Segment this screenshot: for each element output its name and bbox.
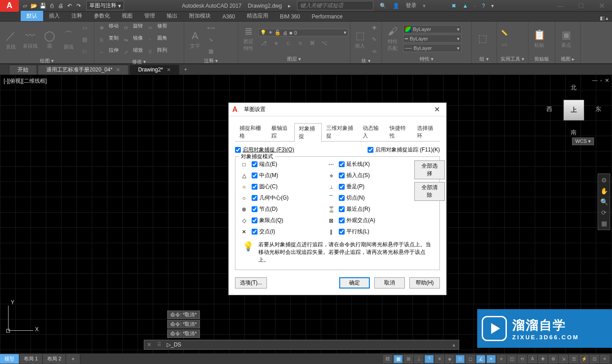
matchprop-button[interactable]: 🖌特性 匹配	[384, 26, 402, 51]
panel-layer-label[interactable]: 图层 ▾	[240, 55, 348, 63]
fillet-icon[interactable]: ◜	[145, 35, 155, 45]
insert-button[interactable]: ⬚插入	[352, 27, 368, 52]
panel-clip-label[interactable]: 剪贴板	[530, 55, 553, 63]
snap-toggle[interactable]: ⊞	[404, 355, 413, 363]
command-input[interactable]: ▷_DS	[164, 342, 449, 348]
tab-annotate[interactable]: 注释	[66, 11, 88, 21]
osnap-checkbox[interactable]: 插入点(S)	[339, 172, 370, 179]
help-button[interactable]: 帮助(H)	[409, 277, 440, 289]
circle-button[interactable]: ◯圆	[40, 27, 58, 52]
copy-icon[interactable]: ⎘	[96, 35, 107, 45]
hwacc-toggle[interactable]: ⚡	[580, 355, 589, 363]
dlg-tab-snap[interactable]: 捕捉和栅格	[235, 123, 267, 141]
exchange-icon[interactable]: ✖	[452, 3, 456, 9]
qat-saveas-icon[interactable]: ⎙	[48, 2, 56, 10]
text-button[interactable]: A文字	[186, 27, 204, 52]
block-edit-icon[interactable]: ✎	[369, 34, 380, 45]
lweight-toggle[interactable]: ≡	[497, 355, 506, 363]
signin-label[interactable]: 登录	[406, 2, 417, 9]
block-attr-icon[interactable]: ⌯	[369, 46, 380, 57]
tab-param[interactable]: 参数化	[88, 11, 116, 21]
osnap-checkbox[interactable]: 端点(E)	[252, 160, 277, 168]
osnap-checkbox[interactable]: 象限点(Q)	[252, 217, 283, 224]
block-create-icon[interactable]: ✚	[369, 22, 380, 33]
osnap-toggle[interactable]: □	[456, 355, 465, 363]
ortho-toggle[interactable]: └	[425, 355, 434, 363]
view-cube[interactable]: 北 东 南 西 上	[549, 85, 599, 135]
layer-icon6[interactable]: ⌥	[319, 38, 330, 49]
panel-block-label[interactable]: 块 ▾	[352, 57, 380, 65]
tab-view[interactable]: 视图	[116, 11, 138, 21]
model-button[interactable]: 模	[383, 355, 392, 363]
cancel-button[interactable]: 取消	[374, 277, 405, 289]
lineweight-combo[interactable]: ━ByLayer▾	[403, 35, 461, 43]
nav-zoom-icon[interactable]: 🔍	[600, 198, 608, 205]
vp-restore-icon[interactable]: ▫	[600, 77, 602, 84]
qat-undo-icon[interactable]: ↶	[66, 2, 74, 10]
layer-current-combo[interactable]: 💡☀🔓🖨■0▾	[258, 29, 348, 36]
arc-button[interactable]: ⌒圆弧	[60, 27, 78, 52]
otrack-toggle[interactable]: ∠	[476, 355, 485, 363]
scale-icon[interactable]: ⤢	[120, 47, 131, 58]
layout-tab-1[interactable]: 布局 1	[19, 354, 43, 364]
ribbon-collapse-icon[interactable]: ◧ ▴	[600, 15, 612, 21]
dlg-tab-polar[interactable]: 极轴追踪	[267, 123, 294, 141]
osnap-checkbox[interactable]: 最近点(R)	[339, 205, 370, 213]
command-line[interactable]: ✕ ⠿ ▷_DS ▴	[144, 340, 459, 350]
nav-pan-icon[interactable]: ✋	[600, 187, 608, 195]
a360-icon[interactable]: ▲	[462, 3, 468, 9]
qat-redo-icon[interactable]: ↷	[75, 2, 83, 10]
dlg-tab-dynin[interactable]: 动态输入	[358, 123, 386, 141]
rotate-icon[interactable]: ⟳	[120, 22, 131, 33]
cmd-menu-icon[interactable]: ▴	[449, 342, 459, 348]
infer-toggle[interactable]: ⊥	[414, 355, 423, 363]
panel-group-label[interactable]: 组 ▾	[474, 55, 495, 63]
nav-showmotion-icon[interactable]: ▦	[601, 220, 607, 227]
wcs-label[interactable]: WCS ▾	[572, 138, 594, 145]
color-combo[interactable]: ByLayer▾	[403, 25, 461, 33]
polyline-button[interactable]: 〰多段线	[21, 27, 39, 52]
search-input[interactable]: 键入关键字或短语	[297, 1, 373, 10]
tab-output[interactable]: 输出	[161, 11, 183, 21]
qat-save-icon[interactable]: 💾	[39, 2, 47, 10]
qat-open-icon[interactable]: 📂	[30, 2, 38, 10]
close-button[interactable]: ✕	[591, 0, 612, 12]
panel-prop-label[interactable]: 特性 ▾	[384, 55, 470, 63]
osnap-checkbox[interactable]: 平行线(L)	[339, 228, 369, 235]
layer-icon5[interactable]: ⌘	[307, 38, 318, 49]
linetype-combo[interactable]: ──ByLayer▾	[403, 44, 461, 52]
enable-otrack-checkbox[interactable]: 启用对象捕捉追踪 (F11)(K)	[368, 146, 440, 154]
osnap-checkbox[interactable]: 几何中心(G)	[252, 194, 288, 202]
tab-insert[interactable]: 插入	[43, 11, 66, 21]
app-logo[interactable]: A	[0, 0, 19, 12]
doc-tab-2[interactable]: Drawing2*✕	[129, 65, 179, 75]
osnap-checkbox[interactable]: 中点(M)	[252, 172, 278, 179]
workspace-toggle[interactable]: ⚙	[549, 355, 558, 363]
dialog-close-button[interactable]: ✕	[431, 105, 443, 114]
3dosnap-toggle[interactable]: ◻	[466, 355, 475, 363]
stretch-icon[interactable]: ↔	[96, 47, 107, 58]
help-icon[interactable]: ?	[482, 3, 485, 9]
add-tab-button[interactable]: ＋	[180, 66, 191, 73]
cycle-toggle[interactable]: ⟲	[518, 355, 527, 363]
measure-icon[interactable]: 📏	[499, 27, 510, 38]
qat-new-icon[interactable]: ▱	[21, 2, 29, 10]
group-button[interactable]: ⬚	[474, 26, 492, 51]
layout-tab-add[interactable]: ＋	[66, 354, 80, 364]
cube-face-top[interactable]: 上	[563, 100, 584, 120]
panel-draw-label[interactable]: 绘图 ▾	[2, 57, 92, 65]
options-button[interactable]: 选项(T)...	[235, 277, 267, 289]
viewbase-button[interactable]: ▣基点	[557, 26, 575, 51]
dynin-toggle[interactable]: +	[487, 355, 496, 363]
line-button[interactable]: ／直线	[2, 27, 20, 52]
layout-tab-2[interactable]: 布局 2	[43, 354, 66, 364]
clear-all-button[interactable]: 全部清除	[414, 182, 445, 201]
osnap-checkbox[interactable]: 垂足(P)	[339, 183, 364, 191]
minimize-button[interactable]: —	[550, 0, 571, 12]
panel-util-label[interactable]: 实用工具 ▾	[499, 55, 526, 63]
leader-icon[interactable]: ↘	[205, 34, 216, 45]
layer-icon2[interactable]: ⎈	[271, 38, 281, 49]
tab-a360[interactable]: A360	[217, 12, 241, 21]
dim-icon[interactable]: ⟷	[205, 22, 216, 33]
grid-toggle[interactable]: ▦	[394, 355, 403, 363]
